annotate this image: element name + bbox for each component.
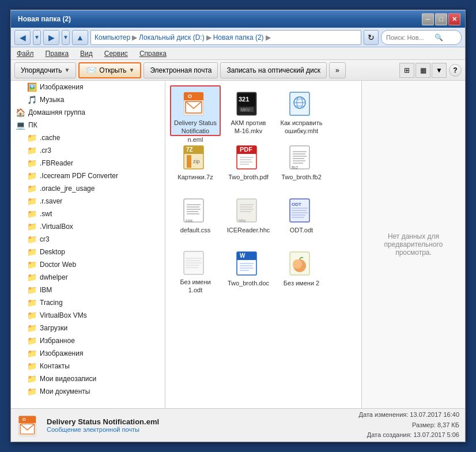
burn-button[interactable]: Записать на оптический диск	[220, 62, 327, 78]
file-item-css[interactable]: css default.css	[170, 191, 221, 242]
tree-item-rsaver[interactable]: 📁 .r.saver	[11, 195, 165, 208]
file-label-fruit: Без имени 2	[284, 279, 319, 287]
tree-item-documents[interactable]: 📁 Мои документы	[11, 385, 165, 398]
file-label-hhc: ICEReader.hhc	[227, 226, 270, 234]
file-item-fb2[interactable]: fb2 Two_broth.fb2	[276, 138, 327, 189]
folder-icon: 📁	[27, 159, 37, 168]
status-details: Дата изменения: 13.07.2017 16:40 Размер:…	[359, 410, 459, 440]
svg-text:321: 321	[239, 96, 249, 103]
status-bar: O Delivery Status Notification.eml Сообщ…	[11, 408, 465, 442]
email-label: Электронная почта	[150, 66, 211, 74]
breadcrumb[interactable]: Компьютер ▶ Локальный диск (D:) ▶ Новая …	[90, 30, 361, 45]
view-grid[interactable]: ⊞	[399, 63, 414, 78]
more-button[interactable]: »	[329, 62, 346, 78]
file-item-hhc[interactable]: hhc ICEReader.hhc	[223, 191, 274, 242]
tree-item-music[interactable]: 🎵 Музыка	[11, 93, 165, 106]
tree-item-pc[interactable]: 💻 ПК	[11, 119, 165, 131]
view-list[interactable]: ▦	[415, 63, 430, 78]
tree-label: dwhelper	[40, 273, 68, 281]
tree-item-cache[interactable]: 📁 .cache	[11, 131, 165, 144]
file-item-doc[interactable]: W Two_broth.doc	[223, 244, 274, 295]
menu-help[interactable]: Справка	[137, 48, 169, 59]
tree-item-doctorweb[interactable]: 📁 Doctor Web	[11, 258, 165, 271]
menu-file[interactable]: Файл	[14, 48, 36, 59]
preview-panel: Нет данных для предварительного просмотр…	[361, 81, 465, 408]
email-button[interactable]: Электронная почта	[143, 62, 218, 78]
fruit-file-icon	[288, 249, 315, 277]
file-label-odt: ODT.odt	[290, 226, 313, 234]
status-file-icon: O	[17, 413, 41, 438]
search-input[interactable]	[386, 34, 432, 41]
title-bar: Новая папка (2) ─ □ ✕	[11, 10, 465, 28]
tree-item-downloads[interactable]: 📁 Загрузки	[11, 322, 165, 334]
tree-item-oracle[interactable]: 📁 .oracle_jre_usage	[11, 182, 165, 195]
file-item-eml[interactable]: O Delivery Status Notificatio n.eml	[170, 85, 221, 136]
tree-item-contacts[interactable]: 📁 Контакты	[11, 360, 165, 372]
pc-icon: 💻	[16, 120, 25, 130]
help-button[interactable]: ?	[449, 64, 462, 77]
folder-icon: 📁	[27, 387, 37, 396]
file-item-mkv[interactable]: 321 MKV АКМ против М-16.mkv	[223, 85, 274, 136]
main-content: 🖼️ Изображения 🎵 Музыка 🏠 Домашняя групп…	[11, 81, 465, 408]
status-file-name: Delivery Status Notification.eml	[47, 417, 353, 426]
tree-item-swt[interactable]: 📁 .swt	[11, 208, 165, 220]
tree-item-icecream[interactable]: 📁 .Icecream PDF Converter	[11, 170, 165, 182]
tree-item-virtualbox-dot[interactable]: 📁 .VirtualBox	[11, 220, 165, 233]
7z-file-icon: 7Z zip	[182, 143, 209, 171]
svg-point-74	[293, 259, 302, 269]
file-item-mht[interactable]: Как исправить ошибку.mht	[276, 85, 327, 136]
tree-item-homegroup[interactable]: 🏠 Домашняя группа	[11, 106, 165, 119]
view-buttons: ⊞ ▦ ▼	[399, 63, 447, 78]
open-button[interactable]: 📨 Открыть ▼	[78, 62, 141, 78]
forward-dropdown[interactable]: ▼	[62, 30, 70, 45]
back-dropdown[interactable]: ▼	[33, 30, 41, 45]
file-item-fruit[interactable]: Без имени 2	[276, 244, 327, 295]
menu-view[interactable]: Вид	[78, 48, 95, 59]
maximize-button[interactable]: □	[435, 13, 447, 25]
file-item-odt[interactable]: ODT ODT.odt	[276, 191, 327, 242]
folder-icon: 📁	[27, 235, 37, 244]
title-bar-buttons: ─ □ ✕	[422, 13, 460, 25]
folder-icon: 📁	[27, 323, 37, 333]
breadcrumb-drive[interactable]: Локальный диск (D:)	[139, 33, 205, 42]
tree-item-images[interactable]: 🖼️ Изображения	[11, 81, 165, 93]
up-button[interactable]: ▲	[72, 30, 88, 45]
organize-button[interactable]: Упорядочить ▼	[14, 62, 76, 78]
breadcrumb-computer[interactable]: Компьютер	[95, 33, 130, 42]
tree-item-virtualboxvms[interactable]: 📁 VirtualBox VMs	[11, 309, 165, 322]
tree-label: Загрузки	[40, 324, 67, 332]
tree-label: Домашняя группа	[28, 108, 85, 116]
file-label-doc: Two_broth.doc	[228, 279, 269, 287]
organize-label: Упорядочить	[21, 66, 62, 74]
menu-tools[interactable]: Сервис	[102, 48, 130, 59]
eml-file-icon: O	[182, 90, 209, 116]
burn-label: Записать на оптический диск	[226, 66, 320, 74]
folder-icon: 📁	[27, 260, 37, 269]
tree-item-tracing[interactable]: 📁 Tracing	[11, 296, 165, 309]
back-button[interactable]: ◀	[14, 30, 31, 45]
file-item-odt2[interactable]: Без имени 1.odt	[170, 244, 221, 295]
file-label-fb2: Two_broth.fb2	[281, 173, 322, 181]
tree-item-images2[interactable]: 📁 Изображения	[11, 347, 165, 360]
tree-item-dwhelper[interactable]: 📁 dwhelper	[11, 271, 165, 284]
forward-button[interactable]: ▶	[43, 30, 59, 45]
tree-item-ibm[interactable]: 📁 IBM	[11, 284, 165, 296]
file-item-7z[interactable]: 7Z zip Картинки.7z	[170, 138, 221, 189]
tree-item-fbreader[interactable]: 📁 .FBReader	[11, 157, 165, 170]
status-info: Delivery Status Notification.eml Сообщен…	[47, 417, 353, 433]
tree-item-favorites[interactable]: 📁 Избранное	[11, 334, 165, 347]
view-dropdown[interactable]: ▼	[432, 63, 447, 78]
breadcrumb-folder[interactable]: Новая папка (2)	[213, 33, 264, 42]
refresh-button[interactable]: ↻	[364, 30, 379, 45]
tree-item-cr3[interactable]: 📁 cr3	[11, 233, 165, 246]
file-item-pdf[interactable]: PDF Two_broth.pdf	[223, 138, 274, 189]
close-button[interactable]: ✕	[448, 13, 460, 25]
tree-item-videos[interactable]: 📁 Мои видеозаписи	[11, 372, 165, 385]
menu-edit[interactable]: Правка	[43, 48, 71, 59]
minimize-button[interactable]: ─	[422, 13, 434, 25]
tree-item-cr3dot[interactable]: 📁 .cr3	[11, 144, 165, 157]
address-bar: ◀ ▼ ▶ ▼ ▲ Компьютер ▶ Локальный диск (D:…	[11, 28, 465, 47]
search-box: 🔍	[381, 30, 462, 45]
folder-icon: 📁	[27, 285, 37, 295]
tree-item-desktop[interactable]: 📁 Desktop	[11, 246, 165, 258]
